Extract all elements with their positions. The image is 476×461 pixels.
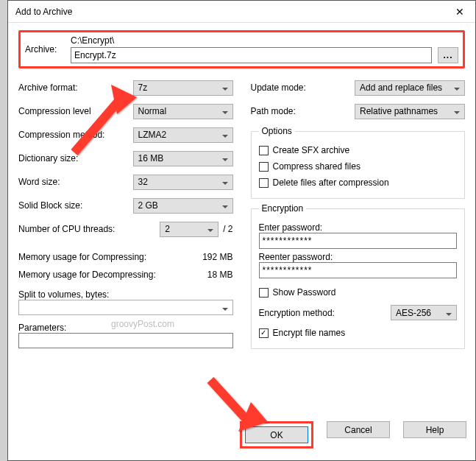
dictionary-size-label: Dictionary size:: [18, 153, 133, 163]
chevron-down-icon: [219, 153, 228, 163]
mem-decompress-value: 18 MB: [207, 270, 233, 280]
compression-method-label: Compression method:: [18, 130, 133, 140]
encryption-method-label: Encryption method:: [259, 308, 384, 318]
cpu-threads-combo[interactable]: 2: [160, 222, 219, 237]
compression-level-label: Compression level: [18, 106, 133, 116]
reenter-password-input[interactable]: [259, 262, 458, 278]
encryption-legend: Encryption: [259, 203, 307, 214]
dialog-buttons: OK Cancel Help: [8, 421, 475, 460]
chevron-down-icon: [219, 303, 228, 313]
chevron-down-icon: [443, 308, 452, 318]
options-group: Options Create SFX archive Compress shar…: [251, 126, 466, 199]
options-legend: Options: [259, 126, 295, 136]
cpu-total: / 2: [223, 224, 232, 234]
chevron-down-icon: [219, 177, 228, 187]
word-size-combo[interactable]: 32: [133, 175, 233, 190]
mem-compress-value: 192 MB: [202, 252, 232, 262]
chevron-down-icon: [219, 200, 228, 211]
chevron-down-icon: [219, 106, 228, 116]
browse-button[interactable]: ...: [438, 47, 458, 63]
split-volumes-combo[interactable]: [18, 300, 233, 315]
word-size-label: Word size:: [18, 177, 133, 187]
reenter-password-label: Reenter password:: [259, 252, 458, 262]
window-title: Add to Archive: [15, 7, 72, 17]
encrypt-names-checkbox-row[interactable]: Encrypt file names: [259, 325, 458, 341]
delete-after-checkbox-row[interactable]: Delete files after compression: [259, 175, 458, 191]
add-to-archive-dialog: Add to Archive ✕ Archive: C:\Encrypt\ En…: [7, 0, 476, 461]
compress-shared-checkbox-row[interactable]: Compress shared files: [259, 158, 458, 175]
checkbox-checked-icon: [259, 328, 269, 338]
archive-filename-value: Encrypt.7z: [74, 50, 116, 60]
checkbox-icon: [259, 146, 269, 155]
parameters-input[interactable]: [18, 333, 233, 348]
checkbox-icon: [259, 162, 269, 172]
archive-filename-combo[interactable]: Encrypt.7z: [71, 47, 432, 63]
cpu-threads-label: Number of CPU threads:: [18, 224, 160, 234]
enter-password-label: Enter password:: [259, 222, 458, 233]
mem-compress-label: Memory usage for Compressing:: [18, 252, 146, 262]
encryption-group: Encryption Enter password: Reenter passw…: [251, 203, 466, 349]
enter-password-input[interactable]: [259, 233, 458, 249]
show-password-checkbox-row[interactable]: Show Password: [259, 284, 458, 300]
solid-block-combo[interactable]: 2 GB: [133, 198, 233, 214]
path-mode-label: Path mode:: [251, 106, 355, 116]
help-button[interactable]: Help: [403, 421, 466, 438]
close-icon: ✕: [455, 6, 464, 18]
chevron-down-icon: [219, 130, 228, 140]
chevron-down-icon: [205, 224, 213, 234]
right-column: Update mode: Add and replace files Path …: [251, 77, 466, 353]
compression-method-combo[interactable]: LZMA2: [133, 127, 233, 143]
ok-highlight: OK: [240, 421, 313, 448]
update-mode-label: Update mode:: [251, 82, 355, 93]
left-column: Archive format: 7z Compression level Nor…: [18, 77, 233, 353]
dictionary-size-combo[interactable]: 16 MB: [133, 151, 233, 166]
archive-label: Archive:: [25, 35, 62, 54]
encryption-method-combo[interactable]: AES-256: [391, 305, 457, 320]
cancel-button[interactable]: Cancel: [327, 421, 390, 438]
compression-level-combo[interactable]: Normal: [133, 104, 233, 119]
archive-path-text: C:\Encrypt\: [71, 35, 458, 46]
archive-section: Archive: C:\Encrypt\ Encrypt.7z ...: [18, 30, 465, 68]
checkbox-icon: [259, 288, 269, 298]
archive-format-combo[interactable]: 7z: [133, 80, 233, 96]
titlebar: Add to Archive ✕: [8, 1, 475, 23]
solid-block-label: Solid Block size:: [18, 200, 133, 211]
close-button[interactable]: ✕: [444, 1, 475, 23]
archive-format-label: Archive format:: [18, 82, 133, 93]
mem-decompress-label: Memory usage for Decompressing:: [18, 270, 156, 280]
checkbox-icon: [259, 178, 269, 188]
svg-line-2: [210, 380, 249, 422]
chevron-down-icon: [451, 82, 460, 93]
chevron-down-icon: [451, 106, 460, 116]
path-mode-combo[interactable]: Relative pathnames: [355, 104, 465, 119]
update-mode-combo[interactable]: Add and replace files: [355, 80, 465, 96]
ok-button[interactable]: OK: [245, 426, 308, 443]
parameters-label: Parameters:: [18, 323, 233, 333]
sfx-checkbox-row[interactable]: Create SFX archive: [259, 142, 458, 158]
split-label: Split to volumes, bytes:: [18, 289, 233, 300]
chevron-down-icon: [219, 82, 228, 93]
